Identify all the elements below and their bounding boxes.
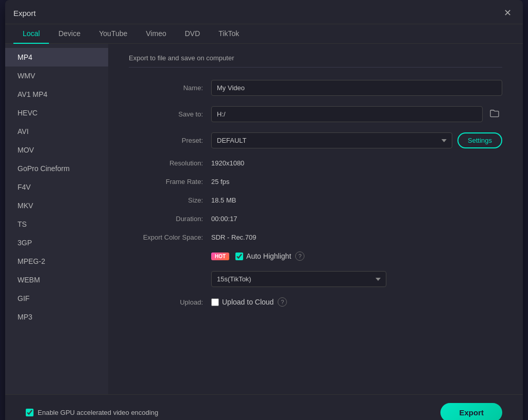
color-space-value: SDR - Rec.709 — [211, 233, 256, 241]
format-item-wmv[interactable]: WMV — [5, 66, 108, 85]
upload-control: Upload to Cloud ? — [211, 297, 502, 307]
tiktok-duration-select[interactable]: 15s(TikTok) 30s(TikTok) 60s(TikTok) — [211, 271, 386, 287]
main-panel: Export to file and save on computer Name… — [108, 44, 523, 394]
resolution-value: 1920x1080 — [211, 159, 244, 167]
hot-badge: HOT — [211, 253, 229, 260]
format-item-f4v[interactable]: F4V — [5, 178, 108, 196]
browse-folder-button[interactable] — [487, 107, 502, 122]
gpu-label: Enable GPU accelerated video encoding — [38, 409, 158, 416]
resolution-row: Resolution: 1920x1080 — [129, 159, 502, 167]
tab-youtube[interactable]: YouTube — [90, 24, 137, 44]
frame-rate-label: Frame Rate: — [129, 178, 211, 186]
gpu-checkbox[interactable] — [26, 409, 33, 416]
tab-vimeo[interactable]: Vimeo — [137, 24, 175, 44]
color-space-value-container: SDR - Rec.709 — [211, 233, 502, 241]
tab-bar: Local Device YouTube Vimeo DVD TikTok — [5, 24, 523, 44]
auto-highlight-checkbox-label[interactable]: Auto Highlight — [235, 252, 291, 260]
name-row: Name: — [129, 80, 502, 96]
tiktok-duration-row: 15s(TikTok) 30s(TikTok) 60s(TikTok) — [129, 271, 502, 287]
preset-control: DEFAULT Custom Settings — [211, 132, 502, 148]
upload-to-cloud-checkbox-label[interactable]: Upload to Cloud — [211, 298, 274, 306]
export-dialog: Export ✕ Local Device YouTube Vimeo DVD … — [5, 0, 523, 420]
auto-highlight-checkbox[interactable] — [235, 253, 243, 260]
frame-rate-value-container: 25 fps — [211, 177, 502, 186]
tab-local[interactable]: Local — [13, 24, 49, 44]
tab-dvd[interactable]: DVD — [176, 24, 210, 44]
gpu-checkbox-label[interactable]: Enable GPU accelerated video encoding — [26, 409, 158, 416]
preset-select[interactable]: DEFAULT Custom — [211, 132, 452, 148]
format-item-mp4[interactable]: MP4 — [5, 48, 108, 66]
format-item-ts[interactable]: TS — [5, 215, 108, 233]
title-bar: Export ✕ — [5, 0, 523, 24]
name-input[interactable] — [211, 80, 502, 96]
tiktok-duration-control: 15s(TikTok) 30s(TikTok) 60s(TikTok) — [211, 271, 502, 287]
save-to-row: Save to: — [129, 106, 502, 122]
format-item-3gp[interactable]: 3GP — [5, 233, 108, 252]
save-to-input[interactable] — [211, 106, 483, 122]
duration-label: Duration: — [129, 215, 211, 223]
frame-rate-value: 25 fps — [211, 178, 229, 186]
format-item-hevc[interactable]: HEVC — [5, 104, 108, 122]
upload-to-cloud-checkbox[interactable] — [211, 298, 219, 306]
export-button[interactable]: Export — [440, 403, 502, 420]
duration-value: 00:00:17 — [211, 215, 237, 223]
frame-rate-row: Frame Rate: 25 fps — [129, 177, 502, 186]
tab-tiktok[interactable]: TikTok — [209, 24, 248, 44]
size-value-container: 18.5 MB — [211, 196, 502, 204]
format-item-webm[interactable]: WEBM — [5, 271, 108, 289]
settings-button[interactable]: Settings — [457, 132, 502, 148]
name-control — [211, 80, 502, 96]
upload-label: Upload: — [129, 298, 211, 306]
color-space-label: Export Color Space: — [129, 233, 211, 241]
auto-highlight-control: HOT Auto Highlight ? — [211, 251, 502, 261]
save-to-control — [211, 106, 502, 122]
format-item-mov[interactable]: MOV — [5, 141, 108, 159]
preset-label: Preset: — [129, 137, 211, 144]
auto-highlight-label: Auto Highlight — [246, 252, 291, 260]
bottom-bar: Enable GPU accelerated video encoding Ex… — [5, 394, 523, 420]
format-item-gopro[interactable]: GoPro Cineform — [5, 159, 108, 178]
format-item-mp3[interactable]: MP3 — [5, 308, 108, 326]
format-item-av1mp4[interactable]: AV1 MP4 — [5, 85, 108, 104]
resolution-value-container: 1920x1080 — [211, 159, 502, 167]
format-item-avi[interactable]: AVI — [5, 122, 108, 141]
upload-to-cloud-help-icon[interactable]: ? — [278, 297, 287, 307]
format-list: MP4 WMV AV1 MP4 HEVC AVI MOV GoPro Cinef… — [5, 44, 108, 394]
color-space-row: Export Color Space: SDR - Rec.709 — [129, 233, 502, 241]
auto-highlight-row: HOT Auto Highlight ? — [129, 251, 502, 261]
size-label: Size: — [129, 196, 211, 204]
format-item-gif[interactable]: GIF — [5, 289, 108, 308]
upload-to-cloud-label: Upload to Cloud — [222, 298, 274, 306]
name-label: Name: — [129, 84, 211, 92]
auto-highlight-help-icon[interactable]: ? — [295, 251, 304, 261]
section-title: Export to file and save on computer — [129, 54, 502, 68]
format-item-mkv[interactable]: MKV — [5, 196, 108, 215]
duration-value-container: 00:00:17 — [211, 214, 502, 223]
save-to-label: Save to: — [129, 110, 211, 118]
upload-row: Upload: Upload to Cloud ? — [129, 297, 502, 307]
dialog-title: Export — [13, 9, 36, 18]
preset-row: Preset: DEFAULT Custom Settings — [129, 132, 502, 148]
close-button[interactable]: ✕ — [501, 6, 515, 20]
dialog-content: MP4 WMV AV1 MP4 HEVC AVI MOV GoPro Cinef… — [5, 44, 523, 394]
format-item-mpeg2[interactable]: MPEG-2 — [5, 252, 108, 271]
resolution-label: Resolution: — [129, 159, 211, 167]
duration-row: Duration: 00:00:17 — [129, 214, 502, 223]
tab-device[interactable]: Device — [49, 24, 90, 44]
size-row: Size: 18.5 MB — [129, 196, 502, 204]
size-value: 18.5 MB — [211, 196, 236, 204]
